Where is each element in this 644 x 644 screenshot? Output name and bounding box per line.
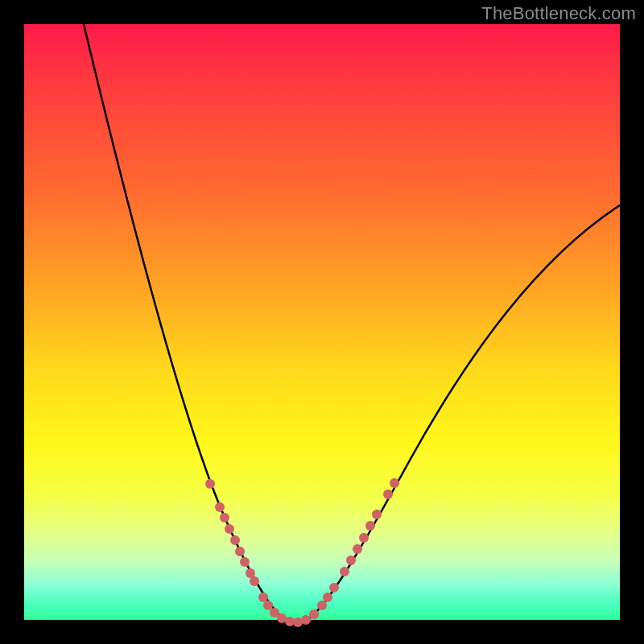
data-dot <box>250 576 259 586</box>
data-dot <box>220 513 229 522</box>
data-dot <box>340 567 349 576</box>
data-dot <box>383 489 393 499</box>
data-dot <box>372 510 382 519</box>
data-dot <box>205 479 215 489</box>
data-dot <box>258 592 268 602</box>
data-dot <box>317 601 327 610</box>
chart-frame: TheBottleneck.com <box>0 0 644 644</box>
data-dot <box>235 547 245 556</box>
data-dot <box>240 557 250 567</box>
data-dot <box>323 592 332 602</box>
data-dot <box>215 502 225 512</box>
data-dot <box>301 615 311 625</box>
data-dot <box>346 555 356 565</box>
data-dot <box>225 524 234 534</box>
data-dot <box>329 583 339 592</box>
chart-svg <box>24 24 620 620</box>
data-dot <box>365 521 375 530</box>
plot-area <box>24 24 620 620</box>
dots-group <box>205 478 399 627</box>
watermark-text: TheBottleneck.com <box>481 3 636 24</box>
data-dot <box>390 478 399 488</box>
data-dot <box>263 601 273 610</box>
data-dot <box>309 609 319 619</box>
main-curve <box>84 24 620 624</box>
data-dot <box>230 535 240 545</box>
data-dot <box>353 544 362 554</box>
data-dot <box>359 533 369 543</box>
